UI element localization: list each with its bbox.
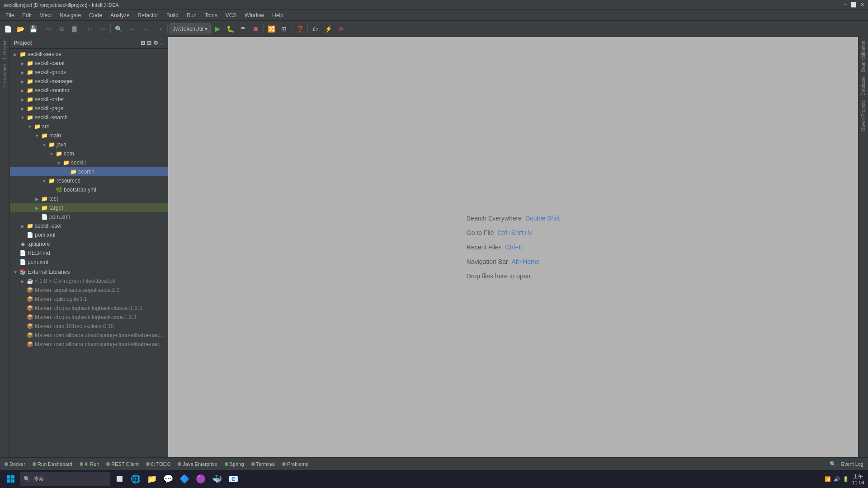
toolbar-btn-undo[interactable]: ↩ xyxy=(84,23,96,35)
tree-item-seckill-page[interactable]: ▶ 📁 seckill-page xyxy=(10,104,168,113)
minimize-btn[interactable]: ─ xyxy=(843,2,847,8)
bottom-btn-terminal[interactable]: Terminal xyxy=(249,460,278,469)
run-config-dropdown[interactable]: JwtTokenUtil ▾ xyxy=(170,23,211,34)
tree-item-pom-root[interactable]: 📄 pom.xml xyxy=(10,230,168,239)
menu-build[interactable]: Build xyxy=(163,11,182,19)
taskbar-search[interactable]: 🔍 搜索 xyxy=(20,472,110,486)
toolbar-btn-2[interactable]: 📂 xyxy=(14,23,26,35)
menu-tools[interactable]: Tools xyxy=(201,11,221,19)
collapse-all-icon[interactable]: ⊟ xyxy=(147,40,151,46)
left-strip-favorites[interactable]: 2: Favorites xyxy=(1,62,8,89)
toolbar-btn-forward[interactable]: → xyxy=(154,23,165,35)
menu-window[interactable]: Window xyxy=(241,11,268,19)
taskbar-docker[interactable]: 🐳 xyxy=(210,472,224,486)
tree-item-seckill-order[interactable]: ▶ 📁 seckill-order xyxy=(10,95,168,104)
menu-code[interactable]: Code xyxy=(85,11,106,19)
toolbar-coverage-btn[interactable]: ☂ xyxy=(237,23,249,35)
bottom-btn-todo[interactable]: 6: TODO xyxy=(143,460,174,469)
tree-item-java[interactable]: ▼ 📁 java xyxy=(10,140,168,149)
tree-item-maven-3[interactable]: 📦 Maven: ch.qos.logback:logback-classic:… xyxy=(10,304,168,313)
menu-help[interactable]: Help xyxy=(269,11,287,19)
tree-item-seckill-monitor[interactable]: ▶ 📁 seckill-monitor xyxy=(10,86,168,95)
toolbar-debug-btn[interactable]: 🐛 xyxy=(224,23,236,35)
right-sidebar-database[interactable]: Database xyxy=(860,75,867,98)
expand-all-icon[interactable]: ⊞ xyxy=(141,40,145,46)
tree-item-target[interactable]: ▶ 📁 target xyxy=(10,203,168,212)
close-btn[interactable]: ✕ xyxy=(860,2,864,8)
tree-item-pom-top[interactable]: 📄 pom.xml xyxy=(10,258,168,267)
toolbar-btn-find[interactable]: 🔍 xyxy=(113,23,124,35)
menu-file[interactable]: File xyxy=(2,11,18,19)
tree-item-main[interactable]: ▼ 📁 main xyxy=(10,131,168,140)
taskbar-intellij[interactable]: 🔷 xyxy=(177,472,192,486)
left-strip-project[interactable]: 1: Project xyxy=(1,39,8,61)
toolbar-btn-redo[interactable]: ↪ xyxy=(97,23,108,35)
toolbar-btn-1[interactable]: 📄 xyxy=(2,23,14,35)
tree-item-bootstrap-yml[interactable]: 🌿 bootstrap.yml xyxy=(10,185,168,194)
menu-edit[interactable]: Edit xyxy=(19,11,35,19)
restore-btn[interactable]: ⬜ xyxy=(850,2,857,8)
toolbar-btn-cut[interactable]: ✂ xyxy=(43,23,55,35)
right-sidebar-bean-validation[interactable]: Bean Validation xyxy=(860,39,867,74)
tree-item-maven-1[interactable]: 📦 Maven: aopalliance:aopalliance:1.0 xyxy=(10,286,168,295)
menu-view[interactable]: View xyxy=(36,11,55,19)
bottom-btn-java-enterprise[interactable]: Java Enterprise xyxy=(175,460,220,469)
tree-item-maven-2[interactable]: 📦 Maven: cglib:cglib:3.1 xyxy=(10,295,168,304)
bottom-btn-event-log[interactable]: Event Log xyxy=(838,460,866,469)
tree-item-com[interactable]: ▼ 📁 com xyxy=(10,149,168,158)
tree-item-seckill-service[interactable]: ▶ 📁 seckill-service xyxy=(10,50,168,59)
menu-vcs[interactable]: VCS xyxy=(222,11,241,19)
bottom-btn-run[interactable]: 4: Run xyxy=(77,460,102,469)
right-sidebar-maven-projects[interactable]: Maven Projects xyxy=(860,99,867,133)
tree-item-gitignore[interactable]: ◆ .gitignore xyxy=(10,239,168,249)
tree-item-maven-4[interactable]: 📦 Maven: ch.qos.logback:logback-core:1.2… xyxy=(10,313,168,322)
toolbar-btn-save[interactable]: 💾 xyxy=(27,23,39,35)
settings-icon[interactable]: ⚙ xyxy=(153,40,158,46)
taskbar-mail[interactable]: 📧 xyxy=(226,472,241,486)
tree-item-seckill-manager[interactable]: ▶ 📁 seckill-manager xyxy=(10,77,168,86)
start-button[interactable] xyxy=(4,472,18,486)
hide-icon[interactable]: ─ xyxy=(160,40,164,46)
toolbar-vcs-btn[interactable]: 🔀 xyxy=(265,23,277,35)
tree-item-seckill-user[interactable]: ▶ 📁 seckill-user xyxy=(10,221,168,230)
bottom-btn-run-dashboard[interactable]: Run Dashboard xyxy=(30,460,75,469)
menu-analyze[interactable]: Analyze xyxy=(107,11,133,19)
tree-item-help-md[interactable]: 📄 HELP.md xyxy=(10,249,168,258)
taskbar-time[interactable]: 上午 11:04 xyxy=(852,473,864,485)
toolbar-btn-replace[interactable]: ↔ xyxy=(125,23,137,35)
menu-navigate[interactable]: Navigate xyxy=(56,11,85,19)
bottom-btn-problems[interactable]: Problems xyxy=(279,460,311,469)
toolbar-btn-paste[interactable]: 📋 xyxy=(68,23,80,35)
taskbar-chat[interactable]: 💬 xyxy=(161,472,175,486)
toolbar-run-btn[interactable]: ▶ xyxy=(212,23,223,35)
tree-item-resources[interactable]: ▼ 📁 resources xyxy=(10,176,168,185)
tree-item-maven-6[interactable]: 📦 Maven: com.alibaba.cloud:spring-cloud-… xyxy=(10,331,168,340)
toolbar-power-btn[interactable]: ⚡ xyxy=(322,23,334,35)
tree-item-maven-7[interactable]: 📦 Maven: com.alibaba.cloud:spring-cloud-… xyxy=(10,340,168,349)
tree-item-maven-5[interactable]: 📦 Maven: com.101tec:zkclient:0.10 xyxy=(10,322,168,331)
tree-item-seckill-canal[interactable]: ▶ 📁 seckill-canal xyxy=(10,59,168,68)
toolbar-btn-back[interactable]: ← xyxy=(141,23,153,35)
toolbar-help-btn[interactable]: ❓ xyxy=(294,23,306,35)
taskbar-browser[interactable]: 🌐 xyxy=(128,472,143,486)
bottom-btn-docker[interactable]: Docker xyxy=(2,460,28,469)
tree-item-pom-inner[interactable]: 📄 pom.xml xyxy=(10,212,168,221)
tree-item-jdk[interactable]: ▶ ☕ < 1.8 > C:\Program Files\Java\jdk xyxy=(10,277,168,286)
menu-run[interactable]: Run xyxy=(183,11,200,19)
toolbar-split-btn[interactable]: ⊞ xyxy=(278,23,290,35)
bottom-btn-rest-client[interactable]: REST Client xyxy=(104,460,141,469)
tree-item-src[interactable]: ▼ 📁 src xyxy=(10,122,168,131)
menu-refactor[interactable]: Refactor xyxy=(134,11,162,19)
tree-item-search[interactable]: 📁 search xyxy=(10,167,168,176)
tree-item-test[interactable]: ▶ 📁 test xyxy=(10,194,168,203)
taskbar-explorer[interactable]: 📁 xyxy=(145,472,159,486)
tree-item-seckill-search[interactable]: ▼ 📁 seckill-search xyxy=(10,113,168,122)
tree-item-seckill-goods[interactable]: ▶ 📁 seckill-goods xyxy=(10,68,168,77)
tree-item-ext-libs[interactable]: ▼ 📚 External Libraries xyxy=(10,267,168,277)
taskbar-task-view[interactable]: ⬜ xyxy=(112,472,127,486)
bottom-btn-spring[interactable]: Spring xyxy=(222,460,247,469)
toolbar-no-btn[interactable]: ⊘ xyxy=(335,23,347,35)
toolbar-btn-copy[interactable]: ⧉ xyxy=(56,23,67,35)
taskbar-app1[interactable]: 🟣 xyxy=(193,472,208,486)
toolbar-layout-btn[interactable]: 🗂 xyxy=(310,23,321,35)
